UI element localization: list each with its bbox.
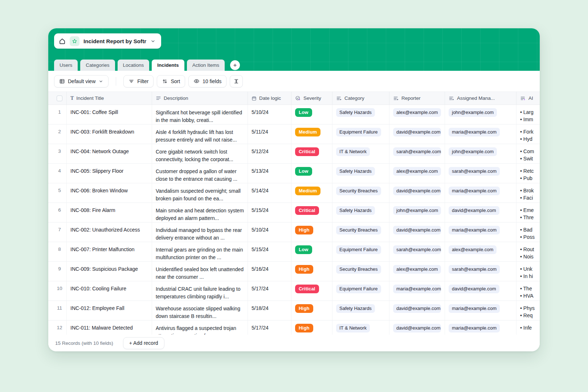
- reporter-cell[interactable]: david@example.com: [389, 222, 445, 242]
- assigned-manager-cell[interactable]: maria@example.com: [445, 222, 516, 242]
- category-cell[interactable]: Safety Hazards: [332, 301, 389, 320]
- column-header-ai[interactable]: AI: [516, 92, 540, 105]
- assigned-manager-cell[interactable]: maria@example.com: [445, 320, 516, 335]
- incident-title-cell[interactable]: INC-001: Coffee Spill: [66, 105, 152, 124]
- assigned-manager-cell[interactable]: david@example.com: [445, 281, 516, 301]
- ai-summary-cell[interactable]: • Com• Swit: [516, 144, 540, 163]
- reporter-cell[interactable]: sarah@example.com: [389, 242, 445, 261]
- date-cell[interactable]: 5/12/24: [248, 144, 291, 163]
- date-cell[interactable]: 5/18/24: [248, 301, 291, 320]
- ai-summary-cell[interactable]: • Eme• Thre: [516, 203, 540, 222]
- description-cell[interactable]: Customer dropped a gallon of water close…: [152, 164, 248, 183]
- assigned-manager-cell[interactable]: john@example.com: [445, 144, 516, 163]
- assigned-manager-cell[interactable]: maria@example.com: [445, 301, 516, 320]
- date-cell[interactable]: 5/15/24: [248, 242, 291, 261]
- assigned-manager-cell[interactable]: maria@example.com: [445, 183, 516, 203]
- severity-cell[interactable]: Low: [291, 164, 332, 183]
- tab-action-items[interactable]: Action Items: [187, 60, 225, 71]
- filter-button[interactable]: Filter: [123, 75, 154, 87]
- category-cell[interactable]: Security Breaches: [332, 183, 389, 203]
- severity-cell[interactable]: Critical: [291, 203, 332, 222]
- date-cell[interactable]: 5/16/24: [248, 262, 291, 281]
- incident-title-cell[interactable]: INC-007: Printer Malfunction: [66, 242, 152, 261]
- home-icon[interactable]: [59, 38, 66, 45]
- assigned-manager-cell[interactable]: john@example.com: [445, 105, 516, 124]
- reporter-cell[interactable]: alex@example.com: [389, 164, 445, 183]
- description-cell[interactable]: Aisle 4 forklift hydraulic lift has lost…: [152, 124, 248, 144]
- star-icon[interactable]: [70, 36, 79, 46]
- tab-users[interactable]: Users: [54, 60, 78, 71]
- description-cell[interactable]: Unidentified sealed box left unattended …: [152, 262, 248, 281]
- ai-summary-cell[interactable]: • Fork• Hyd: [516, 124, 540, 144]
- incident-title-cell[interactable]: INC-011: Malware Detected: [66, 320, 152, 335]
- reporter-cell[interactable]: maria@example.com: [389, 281, 445, 301]
- severity-cell[interactable]: Low: [291, 242, 332, 261]
- date-cell[interactable]: 5/10/24: [248, 222, 291, 242]
- assigned-manager-cell[interactable]: sarah@example.com: [445, 164, 516, 183]
- description-cell[interactable]: Warehouse associate slipped walking down…: [152, 301, 248, 320]
- category-cell[interactable]: Security Breaches: [332, 222, 389, 242]
- category-cell[interactable]: Safety Hazards: [332, 203, 389, 222]
- reporter-cell[interactable]: david@example.com: [389, 183, 445, 203]
- ai-summary-cell[interactable]: • Rout• Nois: [516, 242, 540, 261]
- incident-title-cell[interactable]: INC-008: Fire Alarm: [66, 203, 152, 222]
- reporter-cell[interactable]: david@example.com: [389, 301, 445, 320]
- assigned-manager-cell[interactable]: sarah@example.com: [445, 262, 516, 281]
- severity-cell[interactable]: High: [291, 222, 332, 242]
- reporter-cell[interactable]: john@example.com: [389, 203, 445, 222]
- incident-title-cell[interactable]: INC-012: Employee Fall: [66, 301, 152, 320]
- ai-summary-cell[interactable]: • Phys• Req: [516, 301, 540, 320]
- column-header-severity[interactable]: Severity: [291, 92, 332, 105]
- workspace-switcher[interactable]: Incident Report by Softr: [54, 33, 161, 49]
- date-cell[interactable]: 5/15/24: [248, 203, 291, 222]
- add-table-button[interactable]: +: [230, 60, 240, 70]
- column-header-reporter[interactable]: Reporter: [389, 92, 445, 105]
- reporter-cell[interactable]: david@example.com: [389, 320, 445, 335]
- select-all-checkbox[interactable]: [57, 95, 62, 101]
- incident-title-cell[interactable]: INC-006: Broken Window: [66, 183, 152, 203]
- ai-summary-cell[interactable]: • Retc• Pub: [516, 164, 540, 183]
- description-cell[interactable]: Internal gears are grinding on the main …: [152, 242, 248, 261]
- category-cell[interactable]: IT & Network: [332, 144, 389, 163]
- assigned-manager-cell[interactable]: alex@example.com: [445, 242, 516, 261]
- date-cell[interactable]: 5/10/24: [248, 105, 291, 124]
- view-selector-button[interactable]: Default view: [54, 75, 109, 87]
- severity-cell[interactable]: Medium: [291, 183, 332, 203]
- column-header-category[interactable]: Category: [332, 92, 389, 105]
- column-header-assigned-manager[interactable]: Assigned Mana...: [445, 92, 516, 105]
- incident-title-cell[interactable]: INC-005: Slippery Floor: [66, 164, 152, 183]
- column-header-date-logic[interactable]: Date logic: [248, 92, 291, 105]
- ai-summary-cell[interactable]: • Infe: [516, 320, 540, 335]
- incident-title-cell[interactable]: INC-004: Network Outage: [66, 144, 152, 163]
- date-cell[interactable]: 5/17/24: [248, 320, 291, 335]
- description-cell[interactable]: Vandalism suspected overnight; small bro…: [152, 183, 248, 203]
- category-cell[interactable]: Equipment Failure: [332, 124, 389, 144]
- date-cell[interactable]: 5/17/24: [248, 281, 291, 301]
- category-cell[interactable]: Safety Hazards: [332, 105, 389, 124]
- date-cell[interactable]: 5/14/24: [248, 183, 291, 203]
- assigned-manager-cell[interactable]: david@example.com: [445, 203, 516, 222]
- column-header-description[interactable]: Description: [152, 92, 248, 105]
- reporter-cell[interactable]: sarah@example.com: [389, 144, 445, 163]
- severity-cell[interactable]: Medium: [291, 124, 332, 144]
- ai-summary-cell[interactable]: • Larg• Imm: [516, 105, 540, 124]
- severity-cell[interactable]: High: [291, 262, 332, 281]
- description-cell[interactable]: Industrial CRAC unit failure leading to …: [152, 281, 248, 301]
- ai-summary-cell[interactable]: • Bad• Poss: [516, 222, 540, 242]
- category-cell[interactable]: IT & Network: [332, 320, 389, 335]
- assigned-manager-cell[interactable]: maria@example.com: [445, 124, 516, 144]
- category-cell[interactable]: Safety Hazards: [332, 164, 389, 183]
- category-cell[interactable]: Equipment Failure: [332, 242, 389, 261]
- category-cell[interactable]: Security Breaches: [332, 262, 389, 281]
- tab-incidents[interactable]: Incidents: [152, 60, 184, 71]
- tab-locations[interactable]: Locations: [118, 60, 150, 71]
- ai-summary-cell[interactable]: • Unk• In hi: [516, 262, 540, 281]
- severity-cell[interactable]: Critical: [291, 144, 332, 163]
- severity-cell[interactable]: Low: [291, 105, 332, 124]
- incident-title-cell[interactable]: INC-009: Suspicious Package: [66, 262, 152, 281]
- severity-cell[interactable]: High: [291, 301, 332, 320]
- incident-title-cell[interactable]: INC-002: Unauthorized Access: [66, 222, 152, 242]
- incident-title-cell[interactable]: INC-003: Forklift Breakdown: [66, 124, 152, 144]
- column-header-incident-title[interactable]: T Incident Title: [66, 92, 152, 105]
- row-height-button[interactable]: [230, 75, 243, 87]
